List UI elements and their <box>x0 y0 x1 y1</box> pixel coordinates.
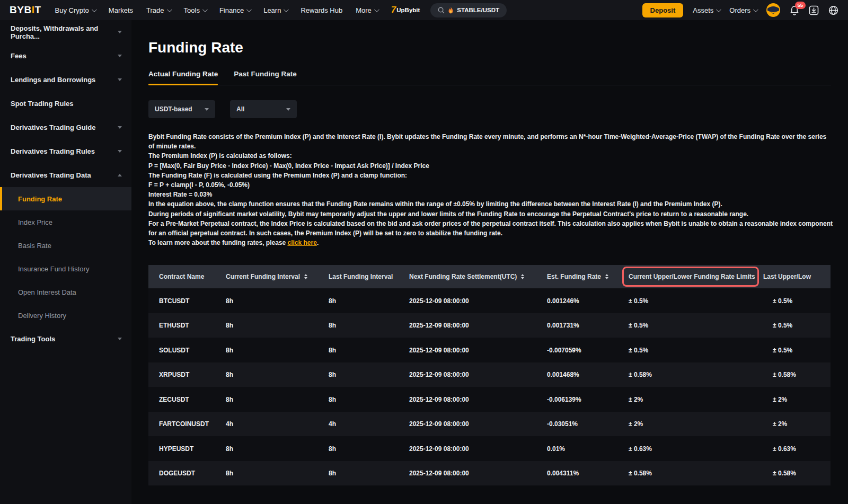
header-contract-name: Contract Name <box>148 273 226 280</box>
header-last-funding-interval: Last Funding Interval <box>329 273 409 280</box>
download-icon <box>809 5 819 15</box>
chevron-down-icon <box>118 150 122 153</box>
nav-buy-crypto[interactable]: Buy Crypto <box>55 6 95 14</box>
sort-icon[interactable] <box>605 274 608 279</box>
nav-tools[interactable]: Tools <box>184 6 206 14</box>
sidebar-item-funding-rate[interactable]: Funding Rate <box>0 187 131 210</box>
table-row: HYPEUSDT 8h 8h 2025-12-09 08:00:00 0.01%… <box>148 436 831 461</box>
sidebar-item-open-interest-data[interactable]: Open Interest Data <box>0 280 131 304</box>
table-header-row: Contract Name Current Funding Interval L… <box>148 265 831 288</box>
chevron-down-icon <box>716 7 721 12</box>
avatar[interactable] <box>766 3 780 17</box>
bybit-logo[interactable]: BYBIT <box>10 4 41 16</box>
search-value: STABLE/USDT <box>457 7 499 13</box>
sidebar-item-spot-trading-rules[interactable]: Spot Trading Rules <box>0 92 131 116</box>
table-row: ETHUSDT 8h 8h 2025-12-09 08:00:00 0.0017… <box>148 313 831 338</box>
nav-finance[interactable]: Finance <box>219 6 250 14</box>
table-row: BTCUSDT 8h 8h 2025-12-09 08:00:00 0.0012… <box>148 288 831 313</box>
notification-badge: 55 <box>795 2 806 9</box>
nav-trade[interactable]: Trade <box>146 6 170 14</box>
sidebar-item-basis-rate[interactable]: Basis Rate <box>0 234 131 257</box>
nav-rewards-hub[interactable]: Rewards Hub <box>301 6 342 14</box>
table-row: ZECUSDT 8h 8h 2025-12-09 08:00:00 -0.006… <box>148 387 831 412</box>
logo-text: BYB <box>10 4 32 16</box>
chevron-down-icon <box>167 7 172 12</box>
sidebar-item-index-price[interactable]: Index Price <box>0 210 131 234</box>
notifications-button[interactable]: 55 <box>790 5 799 15</box>
seven-icon: 7 <box>391 5 396 15</box>
nav-assets[interactable]: Assets <box>693 6 720 14</box>
funding-rate-table: Contract Name Current Funding Interval L… <box>148 265 831 485</box>
sidebar-item-deposits-withdrawals[interactable]: Deposits, Withdrawals and Purcha... <box>0 20 131 44</box>
upbybit-promo[interactable]: 7 UpBybit <box>391 5 420 15</box>
header-last-upper-lower-limits: Last Upper/Low <box>763 273 831 280</box>
globe-icon <box>828 5 838 15</box>
sidebar-item-derivatives-trading-guide[interactable]: Derivatives Trading Guide <box>0 116 131 139</box>
deposit-button[interactable]: Deposit <box>642 3 684 17</box>
language-button[interactable] <box>828 5 838 15</box>
page-title: Funding Rate <box>148 39 848 56</box>
search-icon <box>438 7 445 14</box>
sort-icon[interactable] <box>304 274 307 279</box>
tab-actual-funding-rate[interactable]: Actual Funding Rate <box>148 70 218 85</box>
nav-learn[interactable]: Learn <box>263 6 287 14</box>
sidebar-item-derivatives-trading-rules[interactable]: Derivatives Trading Rules <box>0 139 131 163</box>
chevron-down-icon <box>118 55 122 57</box>
contract-filter-select[interactable]: All <box>230 100 297 118</box>
sidebar-item-lendings-borrowings[interactable]: Lendings and Borrowings <box>0 68 131 92</box>
nav-orders[interactable]: Orders <box>729 6 757 14</box>
chevron-down-icon <box>118 78 122 81</box>
chevron-down-icon <box>118 31 122 33</box>
chevron-down-icon <box>202 7 208 12</box>
sidebar-item-delivery-history[interactable]: Delivery History <box>0 304 131 327</box>
table-row: XRPUSDT 8h 8h 2025-12-09 08:00:00 0.0014… <box>148 362 831 387</box>
logo-text-suffix: T <box>34 4 41 16</box>
chevron-down-icon <box>246 7 252 12</box>
chevron-down-icon <box>92 7 97 12</box>
chevron-down-icon <box>205 108 209 111</box>
chevron-down-icon <box>286 108 290 111</box>
nav-markets[interactable]: Markets <box>109 6 133 14</box>
chevron-down-icon <box>118 126 122 129</box>
click-here-link[interactable]: click here <box>288 239 317 246</box>
sidebar: Deposits, Withdrawals and Purcha... Fees… <box>0 20 131 504</box>
chevron-down-icon <box>284 7 289 12</box>
download-app-button[interactable] <box>809 5 819 15</box>
table-row: FARTCOINUSDT 4h 4h 2025-12-09 08:00:00 -… <box>148 412 831 437</box>
tab-bar: Actual Funding Rate Past Funding Rate <box>148 70 831 85</box>
sort-icon[interactable] <box>521 274 524 279</box>
table-row: SOLUSDT 8h 8h 2025-12-09 08:00:00 -0.007… <box>148 338 831 362</box>
chevron-down-icon <box>753 7 758 12</box>
header-current-upper-lower-limits: Current Upper/Lower Funding Rate Limits <box>629 273 763 280</box>
table-row: DOGEUSDT 8h 8h 2025-12-09 08:00:00 0.004… <box>148 461 831 486</box>
header-est-funding-rate: Est. Funding Rate <box>547 273 629 280</box>
filter-bar: USDT-based All <box>148 100 848 118</box>
header-next-settlement: Next Funding Rate Settlement(UTC) <box>409 273 547 280</box>
header-current-funding-interval: Current Funding Interval <box>226 273 329 280</box>
sidebar-item-derivatives-trading-data[interactable]: Derivatives Trading Data <box>0 163 131 187</box>
sidebar-item-trading-tools[interactable]: Trading Tools <box>0 327 131 351</box>
search-input[interactable]: STABLE/USDT <box>430 3 507 17</box>
main-content: Funding Rate Actual Funding Rate Past Fu… <box>131 20 848 485</box>
nav-more[interactable]: More <box>356 6 378 14</box>
tab-past-funding-rate[interactable]: Past Funding Rate <box>234 70 297 85</box>
margin-type-select[interactable]: USDT-based <box>148 100 215 118</box>
funding-rate-description: Bybit Funding Rate consists of the Premi… <box>148 132 848 247</box>
chevron-down-icon <box>118 338 122 340</box>
sidebar-item-fees[interactable]: Fees <box>0 44 131 68</box>
top-navigation: BYBIT Buy Crypto Markets Trade Tools Fin… <box>0 0 848 20</box>
flame-icon <box>448 7 454 14</box>
nav-right-section: Deposit Assets Orders 55 <box>642 3 838 17</box>
chevron-down-icon <box>374 7 379 12</box>
sidebar-item-insurance-fund-history[interactable]: Insurance Fund History <box>0 257 131 280</box>
chevron-up-icon <box>118 174 122 176</box>
learn-more-line: To learn more about the funding rates, p… <box>148 238 848 247</box>
